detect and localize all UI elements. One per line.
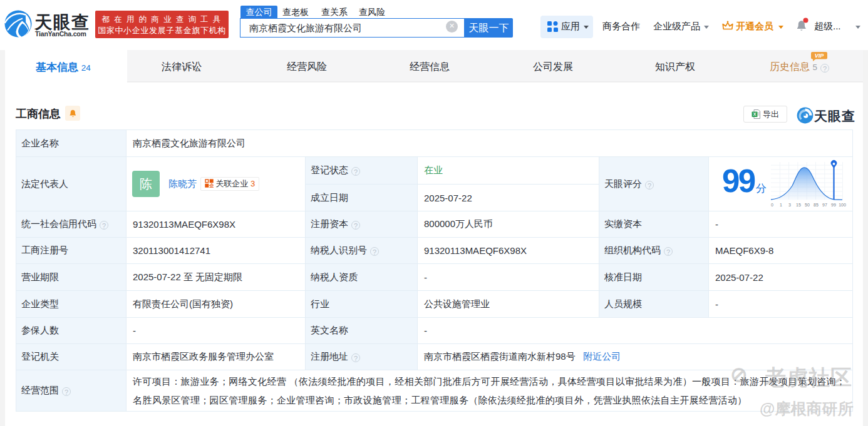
svg-text:50: 50 (805, 203, 810, 207)
svg-text:企: 企 (209, 183, 214, 188)
svg-text:100: 100 (839, 203, 846, 207)
svg-text:0: 0 (771, 203, 773, 207)
svg-text:15: 15 (796, 203, 801, 207)
svg-text:85: 85 (814, 203, 819, 207)
svg-text:1: 1 (780, 203, 782, 207)
svg-text:X: X (753, 112, 757, 116)
svg-text:97: 97 (822, 203, 827, 207)
svg-text:99: 99 (831, 203, 836, 207)
svg-text:3: 3 (788, 203, 791, 207)
svg-text:VIP: VIP (815, 53, 825, 59)
